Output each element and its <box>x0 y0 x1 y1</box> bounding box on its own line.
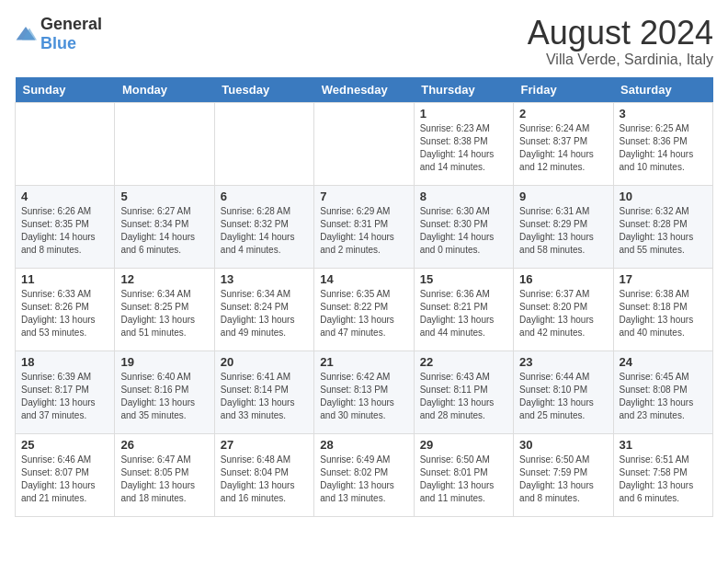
calendar-cell: 5Sunrise: 6:27 AM Sunset: 8:34 PM Daylig… <box>115 185 214 268</box>
calendar-cell: 11Sunrise: 6:33 AM Sunset: 8:26 PM Dayli… <box>16 268 115 350</box>
day-number: 20 <box>221 355 308 369</box>
calendar-cell: 10Sunrise: 6:32 AM Sunset: 8:28 PM Dayli… <box>613 185 712 268</box>
calendar-cell: 29Sunrise: 6:50 AM Sunset: 8:01 PM Dayli… <box>414 433 513 516</box>
calendar-cell: 19Sunrise: 6:40 AM Sunset: 8:16 PM Dayli… <box>115 350 214 433</box>
logo-text: General Blue <box>40 15 102 53</box>
day-number: 16 <box>519 272 607 286</box>
logo-icon <box>15 25 37 43</box>
calendar-cell: 15Sunrise: 6:36 AM Sunset: 8:21 PM Dayli… <box>414 268 513 350</box>
calendar-table: SundayMondayTuesdayWednesdayThursdayFrid… <box>15 77 713 517</box>
day-number: 15 <box>420 272 507 286</box>
calendar-cell: 22Sunrise: 6:43 AM Sunset: 8:11 PM Dayli… <box>414 350 513 433</box>
day-number: 17 <box>620 272 707 286</box>
day-number: 11 <box>21 272 108 286</box>
calendar-cell: 27Sunrise: 6:48 AM Sunset: 8:04 PM Dayli… <box>214 433 313 516</box>
day-info: Sunrise: 6:43 AM Sunset: 8:11 PM Dayligh… <box>420 371 507 422</box>
location-title: Villa Verde, Sardinia, Italy <box>528 52 713 68</box>
day-info: Sunrise: 6:51 AM Sunset: 7:58 PM Dayligh… <box>620 454 707 505</box>
calendar-week-3: 11Sunrise: 6:33 AM Sunset: 8:26 PM Dayli… <box>16 268 713 350</box>
weekday-header-saturday: Saturday <box>613 77 712 103</box>
day-number: 8 <box>420 190 507 203</box>
day-number: 19 <box>120 355 208 369</box>
day-info: Sunrise: 6:45 AM Sunset: 8:08 PM Dayligh… <box>620 371 707 422</box>
calendar-cell: 3Sunrise: 6:25 AM Sunset: 8:36 PM Daylig… <box>613 102 712 185</box>
calendar-cell: 9Sunrise: 6:31 AM Sunset: 8:29 PM Daylig… <box>514 185 613 268</box>
day-info: Sunrise: 6:24 AM Sunset: 8:37 PM Dayligh… <box>519 122 607 174</box>
calendar-cell: 31Sunrise: 6:51 AM Sunset: 7:58 PM Dayli… <box>613 433 712 516</box>
day-info: Sunrise: 6:34 AM Sunset: 8:24 PM Dayligh… <box>221 288 308 339</box>
day-info: Sunrise: 6:32 AM Sunset: 8:28 PM Dayligh… <box>620 205 707 257</box>
calendar-cell: 17Sunrise: 6:38 AM Sunset: 8:18 PM Dayli… <box>613 268 712 350</box>
calendar-cell: 7Sunrise: 6:29 AM Sunset: 8:31 PM Daylig… <box>314 185 414 268</box>
calendar-cell: 20Sunrise: 6:41 AM Sunset: 8:14 PM Dayli… <box>214 350 313 433</box>
day-info: Sunrise: 6:46 AM Sunset: 8:07 PM Dayligh… <box>21 454 108 505</box>
day-info: Sunrise: 6:39 AM Sunset: 8:17 PM Dayligh… <box>21 371 108 422</box>
day-number: 13 <box>221 272 308 286</box>
logo: General Blue <box>15 15 102 53</box>
calendar-cell: 25Sunrise: 6:46 AM Sunset: 8:07 PM Dayli… <box>16 433 115 516</box>
day-number: 2 <box>519 107 607 121</box>
calendar-week-5: 25Sunrise: 6:46 AM Sunset: 8:07 PM Dayli… <box>16 433 713 516</box>
day-number: 23 <box>519 355 607 369</box>
day-info: Sunrise: 6:30 AM Sunset: 8:30 PM Dayligh… <box>420 205 507 257</box>
day-info: Sunrise: 6:23 AM Sunset: 8:38 PM Dayligh… <box>420 122 507 174</box>
calendar-cell <box>16 102 115 185</box>
day-number: 30 <box>519 438 607 452</box>
day-info: Sunrise: 6:35 AM Sunset: 8:22 PM Dayligh… <box>320 288 407 339</box>
day-info: Sunrise: 6:33 AM Sunset: 8:26 PM Dayligh… <box>21 288 108 339</box>
calendar-cell: 26Sunrise: 6:47 AM Sunset: 8:05 PM Dayli… <box>115 433 214 516</box>
day-number: 22 <box>420 355 507 369</box>
title-area: August 2024 Villa Verde, Sardinia, Italy <box>528 15 713 68</box>
day-number: 12 <box>120 272 208 286</box>
day-number: 31 <box>620 438 707 452</box>
calendar-cell: 1Sunrise: 6:23 AM Sunset: 8:38 PM Daylig… <box>414 102 513 185</box>
weekday-header-row: SundayMondayTuesdayWednesdayThursdayFrid… <box>16 77 713 103</box>
calendar-body: 1Sunrise: 6:23 AM Sunset: 8:38 PM Daylig… <box>16 102 713 516</box>
weekday-header-thursday: Thursday <box>414 77 513 103</box>
weekday-header-monday: Monday <box>115 77 214 103</box>
calendar-week-1: 1Sunrise: 6:23 AM Sunset: 8:38 PM Daylig… <box>16 102 713 185</box>
day-info: Sunrise: 6:25 AM Sunset: 8:36 PM Dayligh… <box>620 122 707 174</box>
calendar-cell <box>214 102 313 185</box>
day-number: 28 <box>320 438 407 452</box>
day-info: Sunrise: 6:47 AM Sunset: 8:05 PM Dayligh… <box>120 454 208 505</box>
day-number: 9 <box>519 190 607 203</box>
calendar-cell <box>115 102 214 185</box>
day-info: Sunrise: 6:38 AM Sunset: 8:18 PM Dayligh… <box>620 288 707 339</box>
day-info: Sunrise: 6:48 AM Sunset: 8:04 PM Dayligh… <box>221 454 308 505</box>
page-header: General Blue August 2024 Villa Verde, Sa… <box>15 15 713 68</box>
day-number: 4 <box>21 190 108 203</box>
weekday-header-sunday: Sunday <box>16 77 115 103</box>
day-info: Sunrise: 6:44 AM Sunset: 8:10 PM Dayligh… <box>519 371 607 422</box>
day-info: Sunrise: 6:37 AM Sunset: 8:20 PM Dayligh… <box>519 288 607 339</box>
day-number: 6 <box>221 190 308 203</box>
calendar-cell: 2Sunrise: 6:24 AM Sunset: 8:37 PM Daylig… <box>514 102 613 185</box>
weekday-header-wednesday: Wednesday <box>314 77 414 103</box>
day-number: 3 <box>620 107 707 121</box>
calendar-cell: 21Sunrise: 6:42 AM Sunset: 8:13 PM Dayli… <box>314 350 414 433</box>
day-info: Sunrise: 6:34 AM Sunset: 8:25 PM Dayligh… <box>120 288 208 339</box>
calendar-cell: 18Sunrise: 6:39 AM Sunset: 8:17 PM Dayli… <box>16 350 115 433</box>
day-info: Sunrise: 6:27 AM Sunset: 8:34 PM Dayligh… <box>120 205 208 257</box>
day-number: 26 <box>120 438 208 452</box>
weekday-header-friday: Friday <box>514 77 613 103</box>
calendar-cell: 30Sunrise: 6:50 AM Sunset: 7:59 PM Dayli… <box>514 433 613 516</box>
day-number: 5 <box>120 190 208 203</box>
calendar-cell: 6Sunrise: 6:28 AM Sunset: 8:32 PM Daylig… <box>214 185 313 268</box>
day-number: 14 <box>320 272 407 286</box>
day-number: 10 <box>620 190 707 203</box>
day-number: 29 <box>420 438 507 452</box>
logo-blue: Blue <box>40 34 76 52</box>
calendar-week-4: 18Sunrise: 6:39 AM Sunset: 8:17 PM Dayli… <box>16 350 713 433</box>
day-info: Sunrise: 6:41 AM Sunset: 8:14 PM Dayligh… <box>221 371 308 422</box>
day-number: 27 <box>221 438 308 452</box>
day-number: 25 <box>21 438 108 452</box>
day-number: 24 <box>620 355 707 369</box>
calendar-cell: 13Sunrise: 6:34 AM Sunset: 8:24 PM Dayli… <box>214 268 313 350</box>
day-info: Sunrise: 6:50 AM Sunset: 8:01 PM Dayligh… <box>420 454 507 505</box>
day-info: Sunrise: 6:40 AM Sunset: 8:16 PM Dayligh… <box>120 371 208 422</box>
day-info: Sunrise: 6:29 AM Sunset: 8:31 PM Dayligh… <box>320 205 407 257</box>
calendar-header: SundayMondayTuesdayWednesdayThursdayFrid… <box>16 77 713 103</box>
day-info: Sunrise: 6:50 AM Sunset: 7:59 PM Dayligh… <box>519 454 607 505</box>
calendar-cell: 14Sunrise: 6:35 AM Sunset: 8:22 PM Dayli… <box>314 268 414 350</box>
